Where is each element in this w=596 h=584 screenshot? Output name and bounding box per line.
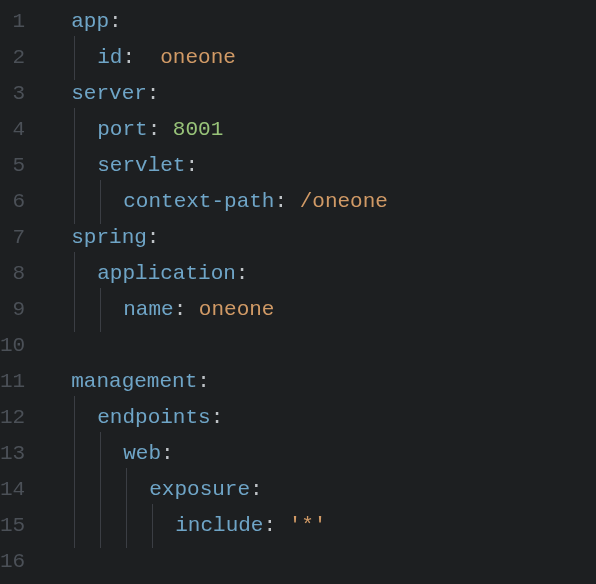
token-str: '*' xyxy=(289,514,327,537)
indent-guide xyxy=(71,400,97,436)
code-line[interactable] xyxy=(45,328,388,364)
line-number: 12 xyxy=(0,400,25,436)
code-editor: 12345678910111213141516 app: id: oneone … xyxy=(0,0,596,584)
code-area[interactable]: app: id: oneone server: port: 8001 servl… xyxy=(43,0,388,584)
indent-guide xyxy=(45,508,71,544)
token-colon: : xyxy=(174,298,187,321)
token-colon: : xyxy=(147,226,160,249)
code-line[interactable]: spring: xyxy=(45,220,388,256)
indent-guide xyxy=(45,40,71,76)
indent-guide xyxy=(45,4,71,40)
token-colon: : xyxy=(263,514,276,537)
indent-guide xyxy=(45,400,71,436)
token-key: servlet xyxy=(97,154,185,177)
token-colon: : xyxy=(211,406,224,429)
indent-guide xyxy=(45,256,71,292)
code-line[interactable]: id: oneone xyxy=(45,40,388,76)
token-colon: : xyxy=(122,46,135,69)
token-key: context-path xyxy=(123,190,274,213)
indent-guide xyxy=(71,256,97,292)
token-key: management xyxy=(71,370,197,393)
token-str: /oneone xyxy=(300,190,388,213)
indent-guide xyxy=(45,328,71,364)
indent-guide xyxy=(45,292,71,328)
code-line[interactable]: management: xyxy=(45,364,388,400)
line-number: 5 xyxy=(0,148,25,184)
line-number: 15 xyxy=(0,508,25,544)
indent-guide xyxy=(71,184,97,220)
token-key: endpoints xyxy=(97,406,210,429)
code-line[interactable]: servlet: xyxy=(45,148,388,184)
line-number: 11 xyxy=(0,364,25,400)
indent-guide xyxy=(71,40,97,76)
indent-guide xyxy=(71,472,97,508)
indent-guide xyxy=(45,148,71,184)
token-sp xyxy=(135,40,160,76)
line-number: 8 xyxy=(0,256,25,292)
code-line[interactable]: app: xyxy=(45,4,388,40)
line-number: 9 xyxy=(0,292,25,328)
token-key: exposure xyxy=(149,478,250,501)
code-line[interactable]: endpoints: xyxy=(45,400,388,436)
line-number: 2 xyxy=(0,40,25,76)
token-num: 8001 xyxy=(173,118,223,141)
token-key: server xyxy=(71,82,147,105)
line-number: 13 xyxy=(0,436,25,472)
token-key: name xyxy=(123,298,173,321)
code-line[interactable] xyxy=(45,544,388,580)
code-line[interactable]: port: 8001 xyxy=(45,112,388,148)
token-key: spring xyxy=(71,226,147,249)
token-colon: : xyxy=(147,82,160,105)
indent-guide xyxy=(71,112,97,148)
line-number: 16 xyxy=(0,544,25,580)
indent-guide xyxy=(71,292,97,328)
indent-guide xyxy=(45,436,71,472)
code-line[interactable]: context-path: /oneone xyxy=(45,184,388,220)
indent-guide xyxy=(123,508,149,544)
indent-guide xyxy=(45,220,71,256)
line-number: 6 xyxy=(0,184,25,220)
line-number: 1 xyxy=(0,4,25,40)
code-line[interactable]: include: '*' xyxy=(45,508,388,544)
line-number: 14 xyxy=(0,472,25,508)
line-number: 10 xyxy=(0,328,25,364)
code-line[interactable]: name: oneone xyxy=(45,292,388,328)
indent-guide xyxy=(97,472,123,508)
token-colon: : xyxy=(274,190,287,213)
indent-guide xyxy=(97,508,123,544)
token-key: include xyxy=(175,514,263,537)
token-sp xyxy=(160,112,173,148)
indent-guide xyxy=(45,364,71,400)
indent-guide xyxy=(123,472,149,508)
indent-guide xyxy=(71,508,97,544)
line-number: 3 xyxy=(0,76,25,112)
token-key: app xyxy=(71,10,109,33)
indent-guide xyxy=(45,112,71,148)
indent-guide xyxy=(97,436,123,472)
token-sp xyxy=(276,508,289,544)
code-line[interactable]: exposure: xyxy=(45,472,388,508)
token-colon: : xyxy=(185,154,198,177)
token-str: oneone xyxy=(160,46,236,69)
token-colon: : xyxy=(161,442,174,465)
indent-guide xyxy=(97,184,123,220)
code-line[interactable]: server: xyxy=(45,76,388,112)
indent-guide xyxy=(45,76,71,112)
indent-guide xyxy=(45,472,71,508)
token-key: id xyxy=(97,46,122,69)
token-colon: : xyxy=(148,118,161,141)
indent-guide xyxy=(149,508,175,544)
token-key: web xyxy=(123,442,161,465)
token-key: port xyxy=(97,118,147,141)
line-number: 4 xyxy=(0,112,25,148)
indent-guide xyxy=(45,184,71,220)
token-str: oneone xyxy=(199,298,275,321)
token-key: application xyxy=(97,262,236,285)
indent-guide xyxy=(71,148,97,184)
code-line[interactable]: web: xyxy=(45,436,388,472)
token-sp xyxy=(287,184,300,220)
line-number: 7 xyxy=(0,220,25,256)
code-line[interactable]: application: xyxy=(45,256,388,292)
token-colon: : xyxy=(236,262,249,285)
indent-guide xyxy=(45,544,71,580)
